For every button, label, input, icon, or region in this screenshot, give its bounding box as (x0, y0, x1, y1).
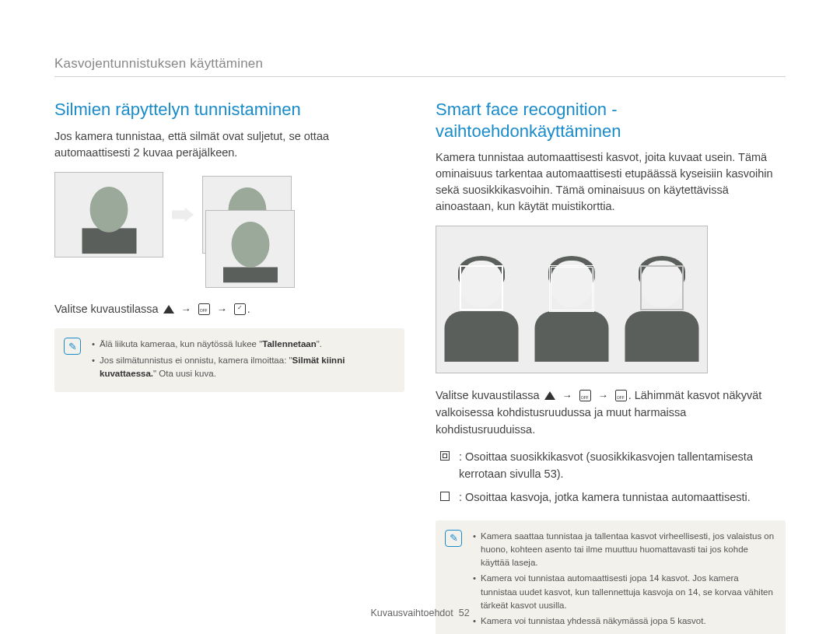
arrow-sep-icon: → (181, 302, 191, 317)
note-icon: ✎ (445, 530, 462, 547)
note-item: Älä liikuta kameraa, kun näytössä lukee … (92, 338, 394, 351)
bullet-text: : Osoittaa kasvoja, jotka kamera tunnist… (459, 491, 751, 503)
section-header: Kasvojentunnistuksen käyttäminen (54, 56, 786, 77)
note-item: Kamera voi tunnistaa automaattisesti jop… (473, 572, 775, 612)
up-icon (163, 305, 174, 313)
person-2 (535, 253, 609, 362)
left-column: Silmien räpyttelyn tunnistaminen Jos kam… (54, 99, 404, 634)
page-number: 52 (459, 608, 470, 618)
arrow-sep-icon: → (562, 388, 572, 404)
left-title: Silmien räpyttelyn tunnistaminen (54, 99, 404, 121)
smart-face-icon (615, 390, 627, 401)
detect-frame-gray (640, 265, 684, 310)
smart-face-illustration (436, 226, 708, 373)
footer-label: Kuvausvaihtoehdot (370, 608, 453, 618)
note-text: Jos silmätunnistus ei onnistu, kamera il… (100, 356, 292, 365)
arrow-sep-icon: → (598, 388, 608, 404)
note-text: ". (317, 339, 322, 349)
left-instruction-prefix: Valitse kuvaustilassa (54, 303, 159, 315)
single-frame-icon (440, 492, 450, 501)
right-bullets: : Osoittaa suosikkikasvot (suosikkikasvo… (436, 449, 786, 506)
face-off-icon (579, 390, 591, 401)
person-1 (445, 253, 519, 362)
bullet-item: : Osoittaa suosikkikasvot (suosikkikasvo… (436, 449, 786, 483)
up-icon (544, 391, 555, 400)
note-bold: Tallennetaan (262, 339, 316, 349)
right-intro: Kamera tunnistaa automaattisesti kasvot,… (436, 149, 786, 215)
note-item: Kamera saattaa tunnistaa ja tallentaa ka… (473, 530, 775, 570)
page-footer: Kuvausvaihtoehdot 52 (0, 608, 840, 618)
double-frame-icon (440, 451, 450, 461)
right-column: Smart face recognition -vaihtoehdonkäytt… (436, 99, 786, 634)
svg-marker-0 (172, 207, 194, 222)
right-title: Smart face recognition -vaihtoehdonkäytt… (436, 99, 786, 142)
arrow-icon (171, 205, 194, 224)
note-item: Jos silmätunnistus ei onnistu, kamera il… (92, 354, 394, 381)
left-intro: Jos kamera tunnistaa, että silmät ovat s… (54, 128, 404, 161)
person-3 (625, 253, 699, 362)
content-columns: Silmien räpyttelyn tunnistaminen Jos kam… (54, 99, 786, 634)
arrow-sep-icon: → (217, 302, 227, 317)
bullet-text: : Osoittaa suosikkikasvot (suosikkikasvo… (459, 450, 753, 480)
note-text: Älä liikuta kameraa, kun näytössä lukee … (100, 339, 262, 349)
detect-frame-double (549, 265, 594, 312)
note-text: " Ota uusi kuva. (153, 369, 216, 378)
face-before (54, 172, 163, 257)
face-after-2 (205, 210, 295, 288)
detect-frame-white (460, 265, 503, 310)
bullet-item: : Osoittaa kasvoja, jotka kamera tunnist… (436, 489, 786, 506)
left-note: ✎ Älä liikuta kameraa, kun näytössä luke… (54, 328, 404, 392)
right-instruction: Valitse kuvaustilassa → → . Lähimmät kas… (436, 387, 786, 438)
right-instruction-prefix: Valitse kuvaustilassa (436, 389, 540, 401)
note-icon: ✎ (64, 338, 81, 355)
face-off-icon (198, 303, 210, 315)
blink-illustration (54, 172, 404, 257)
blink-mode-icon (234, 303, 246, 315)
left-instruction: Valitse kuvaustilassa → → . (54, 301, 404, 318)
